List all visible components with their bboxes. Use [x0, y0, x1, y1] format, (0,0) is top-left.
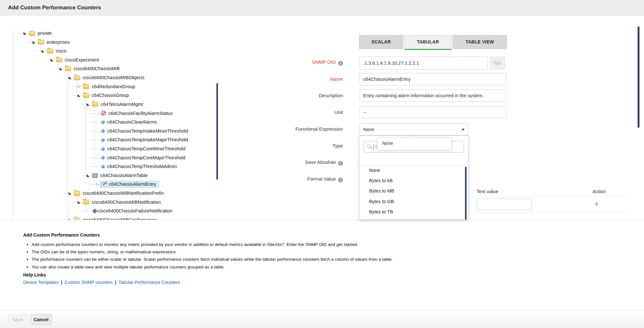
help-bullet: Add custom performance counters to monit…	[32, 241, 393, 248]
tree-node-label: cisco6400ChassisMIBConformance	[83, 217, 157, 220]
tree-node-label: cisco6400ChassisFailureNotification	[98, 208, 173, 213]
dropdown-option[interactable]: Bytes to GB	[359, 196, 468, 207]
tree-row[interactable]: cisco6400ChassisMIBNotification	[77, 199, 161, 206]
expander-icon[interactable]	[32, 39, 38, 46]
tree-row[interactable]: c64TelcoAlarmMgmt	[86, 101, 143, 108]
tree-node-label: c64ChassisTempCoreMinorThreshold	[107, 146, 185, 151]
tree-row[interactable]: c64ChassisClearAlarms	[95, 118, 157, 126]
tree-row[interactable]: private	[23, 31, 52, 37]
info-icon[interactable]: i	[338, 178, 343, 183]
functional-expression-select[interactable]: None	[359, 123, 469, 136]
value-table-row-divider	[473, 213, 629, 213]
expander-icon[interactable]	[95, 181, 101, 188]
tree-node-label: private	[38, 31, 52, 36]
folder-icon	[56, 58, 62, 62]
tab-scalar[interactable]: SCALAR	[359, 35, 403, 49]
tree-node-label: cisco6400ChassisMIBNotificationPrefix	[83, 191, 164, 196]
test-button[interactable]: Test	[490, 57, 505, 70]
add-row-button[interactable]: +	[594, 200, 599, 208]
tree-node-label: cisco6400ChassisMIBNotification	[92, 200, 161, 205]
tree-row[interactable]: c64ChassisTempCoreMinorThreshold	[95, 145, 185, 152]
folder-icon	[83, 93, 89, 98]
tree-row[interactable]: c64ChassisTempIntakeMinorThreshold	[95, 127, 188, 135]
text-value-input[interactable]	[477, 199, 532, 210]
selected-node-highlight[interactable]: c64ChassisAlarmEntry	[100, 181, 159, 188]
tree-row[interactable]: cisco6400ChassisMIBConformance	[68, 216, 157, 220]
tree-row[interactable]: ciscoExperiment	[50, 56, 99, 63]
no-access-icon	[101, 111, 106, 116]
help-link-tabular-performance-counters[interactable]: Tabular Performance Counters	[118, 280, 180, 285]
expander-icon[interactable]	[23, 31, 29, 37]
folder-icon	[38, 40, 44, 44]
tree-row[interactable]: c64ChassisFacilityAlarmStatus	[95, 110, 173, 117]
info-icon[interactable]: i	[338, 61, 343, 66]
help-link-device-templates[interactable]: Device Templates	[23, 280, 59, 285]
help-links-title: Help Links	[23, 272, 46, 277]
tree-row[interactable]: c64ChassisTempIntakeMajorThreshold	[95, 136, 188, 143]
unit-label: Unit	[206, 109, 343, 116]
tree-row[interactable]: c64RedundantGroup	[77, 83, 135, 90]
tree-connector-line	[85, 98, 86, 175]
tree-row[interactable]: cisco	[41, 47, 66, 54]
expander-icon[interactable]	[77, 83, 83, 90]
help-section-title: Add Custom Performance Counters	[23, 232, 100, 238]
tree-row[interactable]: cisco6400ChassisMIBNotificationPrefix	[68, 190, 164, 197]
expander-icon[interactable]	[50, 56, 56, 63]
tree-row[interactable]: c64ChassisTempCoreMajorThreshold	[95, 154, 185, 161]
snmp-oid-input[interactable]: .1.3.6.1.4.1.9.10.27.1.2.2.1	[359, 57, 488, 70]
page-scrollbar[interactable]	[638, 26, 639, 128]
tree-row[interactable]: cisco6400ChassisMIBObjects	[68, 74, 145, 81]
tree-row[interactable]: c64ChassisTempThresholdAdmin	[95, 163, 177, 170]
description-input[interactable]: Entry containing alarm information occur…	[359, 89, 507, 102]
expander-icon[interactable]	[68, 216, 74, 220]
footer-bar: Save Cancel	[0, 311, 644, 328]
unit-input[interactable]: --	[359, 106, 507, 118]
save-button[interactable]: Save	[8, 314, 27, 325]
tree-node-label: c64ChassisAlarmEntry	[109, 182, 156, 187]
tree-node-label: ciscoExperiment	[65, 57, 99, 62]
expander-icon[interactable]	[68, 190, 74, 197]
dropdown-panel: Search None NoneBytes to kBBytes to MBBy…	[359, 136, 469, 220]
scalar-node-icon	[101, 138, 105, 142]
table-entry-icon	[101, 182, 107, 186]
folder-icon	[65, 67, 71, 71]
scalar-node-icon	[101, 129, 105, 133]
name-input[interactable]: c64ChassisAlarmEntry	[359, 73, 507, 85]
tree-row[interactable]: c64ChassisAlarmEntry	[95, 181, 159, 188]
tab-tabular[interactable]: TABULAR	[404, 35, 452, 49]
help-bullet: You can also create a table view and vie…	[32, 263, 393, 271]
dropdown-scrollbar[interactable]	[465, 167, 467, 220]
tree-row[interactable]: c64ChassisGroup	[77, 92, 129, 99]
expander-icon[interactable]	[41, 47, 47, 54]
dropdown-option[interactable]: None	[359, 165, 468, 175]
tree-row[interactable]: enterprises	[32, 39, 70, 46]
tree-connector-line	[67, 71, 68, 220]
tree-node-label: cisco	[56, 48, 66, 53]
folder-icon	[83, 200, 89, 204]
tree-row[interactable]: c64ChassisAlarmTable	[86, 172, 147, 179]
search-icon	[367, 145, 371, 148]
help-link-custom-snmp-counters[interactable]: Custom SNMP counters	[64, 280, 113, 285]
expander-icon[interactable]	[86, 172, 92, 179]
functional-expression-value: None	[363, 127, 374, 132]
dropdown-option[interactable]: Bytes to TB	[359, 207, 468, 217]
info-icon[interactable]: i	[338, 161, 343, 166]
tree-node-label: c64ChassisTempIntakeMinorThreshold	[107, 128, 188, 134]
expander-icon[interactable]	[86, 101, 92, 108]
dropdown-option[interactable]: Bytes to MB	[359, 186, 468, 196]
tree-row[interactable]: cisco6400ChassisMIB	[59, 65, 120, 72]
expander-icon[interactable]	[77, 199, 83, 206]
folder-icon	[92, 102, 98, 107]
dropdown-option[interactable]: Bytes to kB	[359, 175, 468, 186]
expander-icon[interactable]	[77, 92, 83, 99]
expander-icon[interactable]	[68, 74, 74, 81]
help-bullet: The OIDs can be of the types numeric, st…	[32, 248, 393, 256]
folder-icon	[74, 76, 80, 80]
expander-icon[interactable]	[59, 65, 65, 72]
cancel-button[interactable]: Cancel	[30, 314, 52, 325]
tab-table-view[interactable]: TABLE VIEW	[453, 35, 507, 49]
tree-node-label: c64ChassisClearAlarms	[107, 119, 157, 125]
notification-icon	[92, 209, 98, 214]
tree-branch-stub	[95, 118, 101, 126]
tree-row[interactable]: cisco6400ChassisFailureNotification	[86, 207, 173, 214]
